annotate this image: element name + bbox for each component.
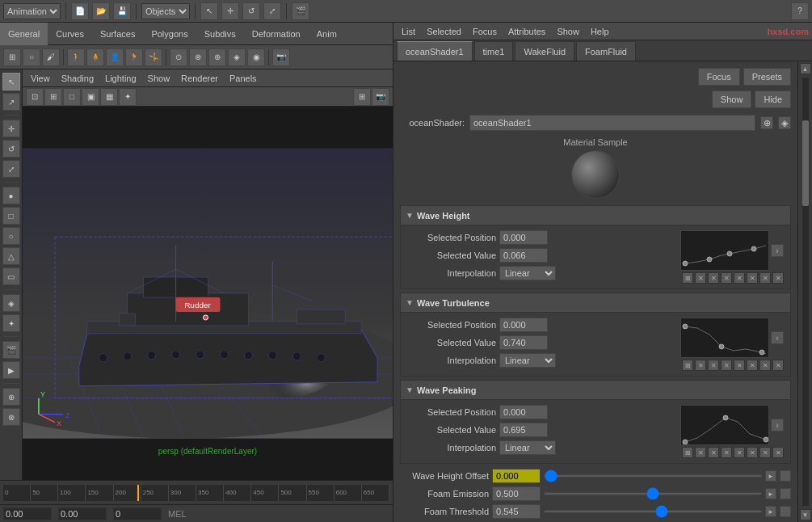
wh-icon-7[interactable]: ✕ [759, 272, 771, 284]
mode-select[interactable]: Animation [3, 3, 61, 19]
foam-emission-end-btn[interactable]: ► [765, 488, 776, 499]
wt-icon-8[interactable]: ✕ [772, 360, 784, 371]
timeline-ruler[interactable]: 0 50 100 150 200 250 300 350 400 450 500… [3, 485, 389, 501]
wt-icon-6[interactable]: ✕ [747, 360, 758, 371]
tab-surfaces[interactable]: Surfaces [92, 23, 143, 45]
shader-name-field[interactable] [469, 115, 755, 131]
wave-turb-interp-select[interactable]: Linear [499, 353, 556, 368]
wave-height-pos-value[interactable] [499, 230, 548, 245]
shading-menu[interactable]: Shading [57, 69, 99, 87]
shader-link-icon[interactable]: ⊕ [760, 116, 773, 129]
deform-icon[interactable]: ◈ [228, 48, 246, 66]
scroll-down-btn[interactable]: ▼ [800, 509, 811, 520]
foam-emission-check[interactable] [780, 488, 791, 499]
camera-icon[interactable]: 📷 [272, 48, 290, 66]
section-wave-peaking-header[interactable]: ▼ Wave Peaking [401, 381, 790, 400]
wt-icon-5[interactable]: ✕ [734, 360, 745, 371]
time-field-1[interactable] [3, 507, 52, 520]
wave-height-offset-check[interactable] [780, 470, 791, 482]
wt-icon-7[interactable]: ✕ [759, 360, 771, 371]
wt-icon-1[interactable]: ⊠ [682, 360, 693, 371]
wp-icon-5[interactable]: ✕ [734, 447, 745, 458]
wh-icon-6[interactable]: ✕ [747, 272, 758, 284]
wave-height-offset-slider[interactable] [544, 474, 762, 478]
cylinder-tool[interactable]: ○ [2, 227, 20, 245]
light2-icon[interactable]: ✦ [119, 88, 137, 106]
ik-icon[interactable]: ⊗ [189, 48, 207, 66]
scroll-up-btn[interactable]: ▲ [800, 63, 811, 74]
wave-turb-pos-value[interactable] [499, 318, 548, 332]
paint-icon[interactable]: 🖌 [42, 48, 60, 66]
tab-deformation[interactable]: Deformation [244, 23, 309, 45]
figure5-icon[interactable]: 🤸 [145, 48, 162, 66]
tab-anim[interactable]: Anim [309, 23, 345, 45]
shader-graph-icon[interactable]: ◈ [778, 116, 791, 129]
render-icon[interactable]: 🎬 [292, 2, 309, 20]
wh-icon-1[interactable]: ⊠ [682, 272, 693, 284]
light-tool[interactable]: ✦ [2, 314, 20, 332]
tab-general[interactable]: General [0, 23, 48, 45]
wh-icon-4[interactable]: ✕ [721, 272, 732, 284]
figure-icon[interactable]: 🚶 [67, 48, 85, 66]
constraint-icon[interactable]: ⊕ [208, 48, 226, 66]
figure4-icon[interactable]: 🏃 [125, 48, 143, 66]
wave-peak-graph[interactable] [680, 405, 769, 445]
render-tool[interactable]: 🎬 [2, 341, 20, 359]
hide-button[interactable]: Hide [755, 91, 791, 108]
lighting-menu[interactable]: Lighting [100, 69, 141, 87]
save-file-icon[interactable]: 💾 [113, 2, 131, 20]
rotate-tool[interactable]: ↺ [2, 140, 20, 158]
wave-peak-pos-value[interactable] [499, 405, 548, 419]
help-menu-item[interactable]: Help [586, 23, 614, 40]
select-mode-icon[interactable]: ⊞ [3, 48, 21, 66]
wave-height-offset-end-btn[interactable]: ► [765, 470, 776, 482]
foam-threshold-check[interactable] [780, 506, 791, 517]
foam-threshold-value[interactable] [492, 504, 541, 519]
move-tool[interactable]: ✛ [2, 120, 20, 137]
presets-button[interactable]: Presets [743, 68, 791, 86]
wave-height-graph[interactable] [680, 230, 769, 271]
new-file-icon[interactable]: 📄 [71, 2, 89, 20]
focus-menu-item[interactable]: Focus [468, 23, 502, 40]
wave-turb-expand-arrow[interactable]: › [771, 331, 784, 344]
wp-icon-3[interactable]: ✕ [708, 447, 719, 458]
smooth-icon[interactable]: ▣ [82, 88, 99, 106]
misc2-tool[interactable]: ⊗ [2, 408, 20, 426]
time-field-2[interactable] [58, 507, 107, 520]
view-fit-icon[interactable]: ⊡ [26, 88, 44, 106]
texture-icon[interactable]: ▦ [100, 88, 118, 106]
focus-button[interactable]: Focus [698, 68, 740, 86]
select-tool2[interactable]: ↗ [2, 93, 20, 111]
wave-turb-graph[interactable] [680, 318, 769, 358]
scale-icon[interactable]: ⤢ [263, 2, 281, 20]
wt-icon-3[interactable]: ✕ [708, 360, 719, 371]
tab-oceanshader1[interactable]: oceanShader1 [397, 41, 473, 61]
tab-curves[interactable]: Curves [48, 23, 92, 45]
wp-icon-4[interactable]: ✕ [721, 447, 732, 458]
section-wave-height-header[interactable]: ▼ Wave Height [401, 206, 790, 225]
wp-icon-6[interactable]: ✕ [747, 447, 758, 458]
foam-emission-value[interactable] [492, 486, 541, 501]
wt-icon-4[interactable]: ✕ [721, 360, 732, 371]
render2-tool[interactable]: ▶ [2, 361, 20, 379]
viewport[interactable]: Rudder Z Y X [23, 107, 393, 480]
time-field-3[interactable] [113, 507, 162, 520]
cone-tool[interactable]: △ [2, 247, 20, 265]
rotate-icon[interactable]: ↺ [242, 2, 260, 20]
view-perspective-icon[interactable]: ⊞ [44, 88, 62, 106]
foam-threshold-slider[interactable] [544, 510, 762, 513]
plane-tool[interactable]: ▭ [2, 267, 20, 285]
wave-peak-expand-arrow[interactable]: › [771, 419, 784, 431]
wave-peak-interp-select[interactable]: Linear [499, 440, 556, 455]
renderer-menu[interactable]: Renderer [176, 69, 223, 87]
sphere-tool[interactable]: ● [2, 187, 20, 204]
wave-peak-val-value[interactable] [499, 423, 548, 437]
show-menu-item[interactable]: Show [552, 23, 584, 40]
joint-icon[interactable]: ⊙ [170, 48, 187, 66]
deform2-icon[interactable]: ◉ [247, 48, 265, 66]
list-menu-item[interactable]: List [397, 23, 420, 40]
wp-icon-7[interactable]: ✕ [759, 447, 771, 458]
misc-tool[interactable]: ⊕ [2, 388, 20, 406]
wp-icon-1[interactable]: ⊠ [682, 447, 693, 458]
wh-icon-8[interactable]: ✕ [772, 272, 784, 284]
